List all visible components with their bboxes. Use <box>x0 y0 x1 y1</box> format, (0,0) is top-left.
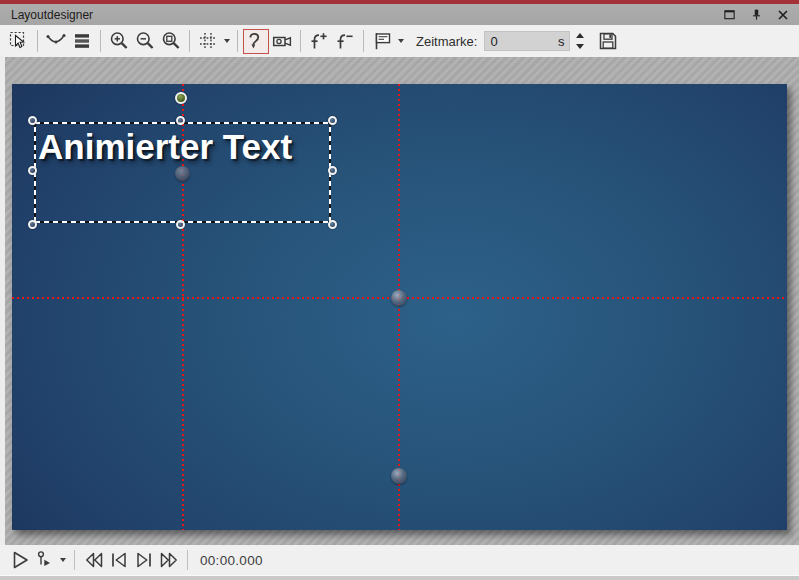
chevron-down-icon <box>60 558 66 562</box>
footer-strip <box>0 575 799 580</box>
zeitmarke-field: s <box>484 31 570 51</box>
play-from-timemark-icon <box>34 549 56 571</box>
add-keyframe-icon <box>308 30 330 52</box>
grid-dropdown-caret[interactable] <box>221 29 232 54</box>
path-point-marker[interactable] <box>391 468 407 484</box>
timemark-dropdown-caret[interactable] <box>395 29 406 54</box>
save-icon <box>597 30 619 52</box>
toolbar-separator <box>363 30 364 52</box>
canvas-center-marker[interactable] <box>391 290 407 306</box>
grid-settings-button[interactable] <box>195 29 221 54</box>
play-dropdown-caret[interactable] <box>57 548 68 573</box>
pin-icon <box>750 8 763 21</box>
titlebar[interactable]: Layoutdesigner <box>0 4 799 25</box>
chevron-down-icon <box>398 39 404 43</box>
next-keyframe-button[interactable] <box>131 548 156 573</box>
workspace-left-edge <box>0 57 5 545</box>
grid-icon <box>197 30 219 52</box>
toolbar-separator <box>37 30 38 52</box>
maximize-button[interactable] <box>719 6 739 23</box>
chevron-down-icon <box>224 39 230 43</box>
playback-toolbar: 00:00.000 <box>0 545 799 575</box>
add-curve-point-button[interactable] <box>306 29 332 54</box>
selection-handle-top-right[interactable] <box>328 116 337 125</box>
toolbar: Zeitmarke: s <box>0 25 799 57</box>
zoom-reset-icon <box>160 30 182 52</box>
guide-vertical-canvas-center <box>398 84 400 530</box>
spinner-up-button[interactable] <box>572 31 587 42</box>
zoom-in-button[interactable] <box>106 29 132 54</box>
skip-to-end-button[interactable] <box>156 548 181 573</box>
design-canvas[interactable]: Animierter Text <box>12 84 787 530</box>
zeitmarke-spinner <box>572 31 587 52</box>
zoom-out-icon <box>134 30 156 52</box>
animated-text[interactable]: Animierter Text <box>38 128 292 166</box>
close-icon <box>777 9 789 21</box>
smooth-curve-icon <box>45 30 67 52</box>
previous-keyframe-button[interactable] <box>106 548 131 573</box>
triangle-down-icon <box>576 44 584 49</box>
next-keyframe-icon <box>133 549 155 571</box>
window-title: Layoutdesigner <box>11 8 93 22</box>
window-controls <box>719 6 793 23</box>
selection-tool-icon <box>8 30 30 52</box>
smooth-curve-button[interactable] <box>43 29 69 54</box>
spinner-down-button[interactable] <box>572 41 587 52</box>
skip-to-start-button[interactable] <box>81 548 106 573</box>
remove-keyframe-icon <box>334 30 356 52</box>
workspace: Animierter Text <box>0 57 799 545</box>
toolbar-separator <box>300 30 301 52</box>
toolbar-separator <box>237 30 238 52</box>
time-display: 00:00.000 <box>200 553 263 568</box>
motion-path-tool-button[interactable] <box>243 29 269 54</box>
skip-end-icon <box>158 549 180 571</box>
zoom-in-icon <box>108 30 130 52</box>
playbar-separator <box>187 550 188 570</box>
toolbar-separator <box>189 30 190 52</box>
play-icon <box>9 549 31 571</box>
playbar-separator <box>74 550 75 570</box>
zeitmarke-unit: s <box>558 34 565 49</box>
selection-tool-button[interactable] <box>6 29 32 54</box>
selection-handle-middle-left[interactable] <box>28 166 37 175</box>
toolbar-separator <box>100 30 101 52</box>
selection-handle-middle-right[interactable] <box>328 166 337 175</box>
timemark-flag-icon <box>371 30 393 52</box>
zeitmarke-input[interactable] <box>490 34 558 49</box>
skip-start-icon <box>83 549 105 571</box>
selection-handle-bottom-left[interactable] <box>28 220 37 229</box>
zeitmarke-label: Zeitmarke: <box>416 34 477 49</box>
pin-button[interactable] <box>746 6 766 23</box>
remove-curve-point-button[interactable] <box>332 29 358 54</box>
play-from-timemark-button[interactable] <box>32 548 57 573</box>
rotation-handle[interactable] <box>175 92 187 104</box>
prev-keyframe-icon <box>108 549 130 571</box>
layers-icon <box>71 30 93 52</box>
triangle-up-icon <box>576 33 584 38</box>
camera-icon <box>271 30 293 52</box>
selection-handle-top-left[interactable] <box>28 116 37 125</box>
zoom-reset-button[interactable] <box>158 29 184 54</box>
zeitmarke-group: Zeitmarke: s <box>416 31 587 52</box>
selection-handle-top-middle[interactable] <box>176 116 185 125</box>
element-center-marker[interactable] <box>175 166 190 181</box>
play-button[interactable] <box>7 548 32 573</box>
camera-pan-button[interactable] <box>269 29 295 54</box>
layoutdesigner-panel: Layoutdesigner <box>0 0 799 580</box>
close-button[interactable] <box>773 6 793 23</box>
zoom-out-button[interactable] <box>132 29 158 54</box>
save-button[interactable] <box>595 29 621 54</box>
maximize-icon <box>723 8 736 21</box>
timemark-menu-button[interactable] <box>369 29 395 54</box>
selection-handle-bottom-middle[interactable] <box>176 220 185 229</box>
selection-handle-bottom-right[interactable] <box>328 220 337 229</box>
text-element-selection[interactable]: Animierter Text <box>35 123 330 222</box>
layer-list-button[interactable] <box>69 29 95 54</box>
motion-path-icon <box>245 30 267 52</box>
